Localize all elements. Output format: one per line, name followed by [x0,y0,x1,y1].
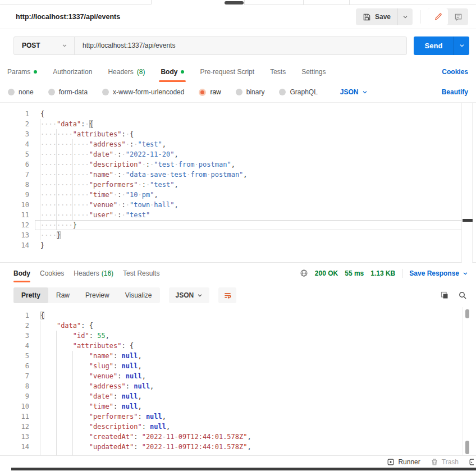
response-tab-test-results[interactable]: Test Results [123,263,159,283]
scrollbar-thumb[interactable] [465,441,469,454]
code-content: ············"name"·:·"data·save·test·fro… [35,170,469,180]
body-type-graphql[interactable]: GraphQL [279,88,317,96]
code-line-12[interactable]: 12 "description": null, [0,422,476,432]
code-line-1[interactable]: 1{ [0,109,476,119]
response-tab-body[interactable]: Body [13,263,30,283]
tab-params[interactable]: Params [7,62,37,82]
code-line-14[interactable]: 14 "updatedAt": "2022-11-09T12:44:01.578… [0,442,476,452]
code-line-2[interactable]: 2····"data":·{ [0,119,476,129]
code-content: "venue": null, [35,371,469,381]
response-tab-headers[interactable]: Headers (16) [74,263,113,283]
body-type-raw[interactable]: raw [199,88,221,96]
code-line-7[interactable]: 7············"name"·:·"data·save·test·fr… [0,170,476,180]
code-line-9[interactable]: 9············"time"·:·"10·pm", [0,190,476,200]
request-editor-overview-ruler[interactable] [461,103,473,263]
code-line-3[interactable]: 3········"attributes":·{ [0,129,476,139]
view-raw[interactable]: Raw [48,287,77,303]
code-content: "attributes": { [35,341,469,351]
code-line-4[interactable]: 4 "attributes": { [0,341,476,351]
line-number: 5 [0,149,29,159]
code-content: "description": null, [35,422,469,432]
response-tabs: Body Cookies Headers (16) Test Results 2… [0,262,476,283]
code-content: ············"time"·:·"10·pm", [35,190,469,200]
code-content: ········} [35,220,469,230]
count-badge: (8) [137,68,145,76]
tab-divider [151,0,152,4]
radio-label: GraphQL [290,88,317,96]
tab-settings[interactable]: Settings [301,62,326,82]
save-options-chevron[interactable] [398,8,413,25]
tab-label: Body [13,269,30,277]
body-type-binary[interactable]: binary [236,88,265,96]
response-body-editor[interactable]: 1{2 "data": {3 "id": 55,4 "attributes": … [0,307,476,455]
trash-button[interactable]: Trash [431,458,459,466]
code-line-10[interactable]: 10············"venue"·:·"town·hall", [0,200,476,210]
code-line-13[interactable]: 13····} [0,230,476,240]
tab-tests[interactable]: Tests [270,62,286,82]
response-tab-cookies[interactable]: Cookies [40,263,64,283]
code-line-3[interactable]: 3 "id": 55, [0,331,476,341]
code-content: ············"address"·:·"test", [35,139,469,149]
response-language-select[interactable]: JSON [169,287,210,303]
comment-button[interactable] [448,8,468,25]
scrollbar-thumb[interactable] [465,309,469,318]
runner-icon [387,458,395,466]
tab-label: Test Results [123,269,159,277]
view-pretty[interactable]: Pretty [13,287,48,303]
globe-icon[interactable] [300,269,308,277]
view-visualize[interactable]: Visualize [117,287,160,303]
code-line-6[interactable]: 6············"description"·:·"test·from·… [0,159,476,170]
code-line-2[interactable]: 2 "data": { [0,321,476,331]
edit-button[interactable] [428,8,448,25]
beautify-link[interactable]: Beautify [442,88,468,96]
url-input[interactable] [75,37,406,54]
line-number: 9 [0,190,29,200]
response-scrollbar[interactable] [463,307,476,455]
line-number: 3 [0,331,29,341]
body-type-none[interactable]: none [8,88,34,96]
code-line-7[interactable]: 7 "venue": null, [0,371,476,381]
cookies-link[interactable]: Cookies [442,68,468,76]
send-options-chevron[interactable] [454,36,469,55]
runner-button[interactable]: Runner [387,458,420,466]
body-type-form-data[interactable]: form-data [48,88,88,96]
search-icon[interactable] [458,291,467,300]
console-icon[interactable] [469,458,474,466]
body-type-x-www-form-urlencoded[interactable]: x-www-form-urlencoded [102,88,184,96]
radio-icon [279,89,286,95]
tab-label: Headers [108,68,133,76]
tab-pre-request-script[interactable]: Pre-request Script [200,62,254,82]
send-button[interactable]: Send [414,36,469,55]
code-line-1[interactable]: 1{ [0,310,476,321]
view-preview[interactable]: Preview [77,287,117,303]
code-line-13[interactable]: 13 "createdAt": "2022-11-09T12:44:01.578… [0,432,476,442]
code-line-14[interactable]: 14} [0,240,476,250]
save-button[interactable]: Save [356,8,397,25]
code-line-12[interactable]: 12········} [0,220,476,230]
line-number: 2 [0,119,29,129]
body-language-select[interactable]: JSON [340,88,368,96]
request-body-editor[interactable]: 1{2····"data":·{3········"attributes":·{… [0,103,476,263]
tab-label: Settings [301,68,326,76]
tab-authorization[interactable]: Authorization [53,62,92,82]
tab-headers[interactable]: Headers(8) [108,62,145,82]
tabbar-scrollbar-thumb[interactable] [225,1,244,4]
save-response-button[interactable]: Save Response [409,269,468,277]
copy-icon[interactable] [440,291,449,300]
code-line-4[interactable]: 4············"address"·:·"test", [0,139,476,149]
chevron-down-icon [463,271,468,276]
code-line-8[interactable]: 8 "address": null, [0,381,476,391]
status-code: 200 OK [315,269,338,277]
code-line-6[interactable]: 6 "slug": null, [0,361,476,371]
code-line-8[interactable]: 8············"performers"·:·"test", [0,180,476,190]
code-line-10[interactable]: 10 "time": null, [0,401,476,411]
code-line-5[interactable]: 5············"date"·:·"2022-11-20", [0,149,476,159]
code-line-9[interactable]: 9 "date": null, [0,391,476,401]
tab-body[interactable]: Body [161,62,184,82]
code-line-11[interactable]: 11 "performers": null, [0,411,476,422]
radio-icon [102,89,109,95]
method-select[interactable]: POST [14,37,74,54]
code-line-11[interactable]: 11············"user"·:·"test" [0,210,476,220]
code-line-5[interactable]: 5 "name": null, [0,351,476,361]
wrap-lines-button[interactable] [218,287,236,303]
